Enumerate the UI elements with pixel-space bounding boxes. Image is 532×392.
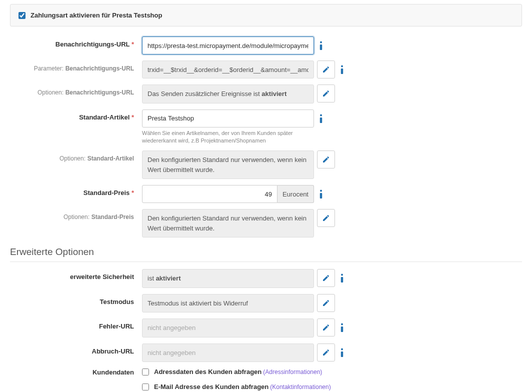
edit-icon <box>322 348 330 356</box>
label-default-article: Standard-Artikel * <box>10 110 142 121</box>
info-icon[interactable] <box>319 36 323 52</box>
display-default-article-options: Den konfigurierten Standard nur verwende… <box>142 150 314 179</box>
row-security: erweiterte Sicherheit ist aktiviert <box>0 269 532 288</box>
edit-button[interactable] <box>317 209 335 227</box>
label-security: erweiterte Sicherheit <box>10 269 142 280</box>
helper-default-article: Wählen Sie einen Artikelnamen, der von I… <box>142 130 314 145</box>
label-default-price-options: Optionen: Standard-Preis <box>10 209 142 220</box>
row-customer-address: Kundendaten Adressdaten des Kunden abfra… <box>0 368 532 376</box>
label-customer-data: Kundendaten <box>10 368 142 376</box>
edit-button[interactable] <box>317 344 335 362</box>
row-default-price: Standard-Preis * Eurocent <box>0 185 532 203</box>
edit-icon <box>322 90 330 98</box>
label-cancel-url: Abbruch-URL <box>10 344 142 355</box>
display-default-price-options: Den konfigurierten Standard nur verwende… <box>142 209 314 238</box>
info-icon[interactable] <box>319 110 323 124</box>
cb-hint-address: (Adressinformationen) <box>263 368 322 376</box>
edit-button[interactable] <box>317 84 335 102</box>
cb-label-address: Adressdaten des Kunden abfragen <box>154 368 262 376</box>
edit-icon <box>322 66 330 74</box>
label-notify-url-options: Optionen: Benachrichtigungs-URL <box>10 84 142 96</box>
row-cancel-url: Abbruch-URL nicht angegeben <box>0 344 532 362</box>
cb-label-email: E-Mail Adresse des Kunden abfragen <box>154 383 268 390</box>
row-notify-url-params: Parameter: Benachrichtigungs-URL <box>0 60 532 78</box>
label-notify-url: Benachrichtigungs-URL * <box>10 36 142 48</box>
input-default-price[interactable] <box>142 185 278 203</box>
edit-icon <box>322 214 330 222</box>
activate-checkbox[interactable] <box>18 12 26 19</box>
label-notify-url-params: Parameter: Benachrichtigungs-URL <box>10 60 142 72</box>
display-error-url: nicht angegeben <box>142 318 314 338</box>
edit-icon <box>322 299 330 307</box>
row-notify-url: Benachrichtigungs-URL * <box>0 36 532 54</box>
edit-button[interactable] <box>317 150 335 168</box>
label-default-price: Standard-Preis * <box>10 185 142 196</box>
row-testmode: Testmodus Testmodus ist aktiviert bis Wi… <box>0 294 532 313</box>
info-icon[interactable] <box>340 269 344 284</box>
row-customer-email: E-Mail Adresse des Kunden abfragen (Kont… <box>0 383 532 390</box>
label-default-article-options: Optionen: Standard-Artikel <box>10 150 142 162</box>
activate-panel: Zahlungsart aktivieren für Presta Testsh… <box>10 4 522 26</box>
label-testmode: Testmodus <box>10 294 142 306</box>
row-default-article: Standard-Artikel * Wählen Sie einen Arti… <box>0 110 532 145</box>
label-error-url: Fehler-URL <box>10 318 142 330</box>
cb-hint-email: (Kontaktinformationen) <box>270 384 330 390</box>
addon-default-price-unit: Eurocent <box>278 185 314 203</box>
info-icon[interactable] <box>340 344 344 358</box>
input-notify-url[interactable] <box>142 36 314 54</box>
checkbox-customer-address[interactable] <box>142 368 149 376</box>
display-notify-url-options: Das Senden zusätzlicher Ereignisse ist a… <box>142 84 314 104</box>
info-icon[interactable] <box>340 318 344 334</box>
row-error-url: Fehler-URL nicht angegeben <box>0 318 532 338</box>
edit-button[interactable] <box>317 318 335 336</box>
display-cancel-url: nicht angegeben <box>142 344 314 362</box>
edit-icon <box>322 274 330 282</box>
row-default-price-options: Optionen: Standard-Preis Den konfigurier… <box>0 209 532 238</box>
activate-label: Zahlungsart aktivieren für Presta Testsh… <box>30 12 162 19</box>
display-security: ist aktiviert <box>142 269 314 288</box>
row-default-article-options: Optionen: Standard-Artikel Den konfiguri… <box>0 150 532 179</box>
input-notify-url-params <box>142 60 314 78</box>
display-testmode: Testmodus ist aktiviert bis Widerruf <box>142 294 314 313</box>
edit-button[interactable] <box>317 60 335 78</box>
edit-button[interactable] <box>317 294 335 312</box>
section-divider <box>10 262 522 262</box>
checkbox-customer-email[interactable] <box>142 384 149 390</box>
input-default-article[interactable] <box>142 110 314 128</box>
info-icon[interactable] <box>319 185 323 200</box>
edit-icon <box>322 156 330 164</box>
info-icon[interactable] <box>340 60 344 76</box>
row-notify-url-options: Optionen: Benachrichtigungs-URL Das Send… <box>0 84 532 104</box>
section-title-extended: Erweiterte Optionen <box>10 246 522 258</box>
edit-icon <box>322 324 330 332</box>
edit-button[interactable] <box>317 269 335 287</box>
